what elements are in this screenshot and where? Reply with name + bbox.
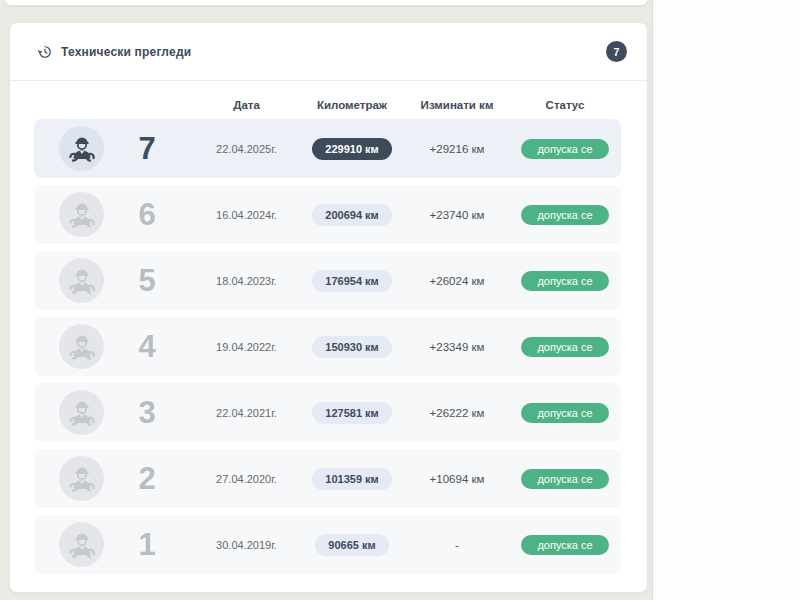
mileage-badge: 127581 км — [312, 402, 391, 424]
mechanic-avatar-icon — [59, 258, 104, 303]
inspection-row[interactable]: 2 27.04.2020г. 101359 км +10694 км допус… — [34, 449, 621, 508]
inspection-row[interactable]: 6 16.04.2024г. 200694 км +23740 км допус… — [34, 185, 621, 244]
inspection-date: 27.04.2020г. — [194, 449, 299, 508]
inspection-date: 22.04.2025г. — [194, 119, 299, 178]
mileage-badge: 229910 км — [312, 138, 391, 160]
row-number: 4 — [114, 317, 194, 376]
status-badge: допуска се — [521, 469, 608, 489]
table-header: Дата Километраж Изминати км Статус — [34, 97, 621, 113]
mechanic-avatar-icon — [59, 522, 104, 567]
status-badge: допуска се — [521, 139, 608, 159]
inspection-row[interactable]: 5 18.04.2023г. 176954 км +26024 км допус… — [34, 251, 621, 310]
status-badge: допуска се — [521, 535, 608, 555]
traveled-distance: +26024 км — [405, 251, 509, 310]
inspection-row[interactable]: 7 22.04.2025г. 229910 км +29216 км допус… — [34, 119, 621, 178]
right-panel — [652, 0, 800, 600]
row-number: 3 — [114, 383, 194, 442]
row-number: 6 — [114, 185, 194, 244]
inspection-date: 30.04.2019г. — [194, 515, 299, 574]
status-badge: допуска се — [521, 271, 608, 291]
inspection-date: 18.04.2023г. — [194, 251, 299, 310]
mileage-badge: 90665 км — [315, 534, 388, 556]
traveled-distance: +23349 км — [405, 317, 509, 376]
status-badge: допуска се — [521, 337, 608, 357]
inspection-row[interactable]: 4 19.04.2022г. 150930 км +23349 км допус… — [34, 317, 621, 376]
mechanic-avatar-icon — [59, 390, 104, 435]
mileage-badge: 176954 км — [312, 270, 391, 292]
mileage-badge: 200694 км — [312, 204, 391, 226]
col-header-mileage: Километраж — [299, 97, 405, 113]
inspection-date: 19.04.2022г. — [194, 317, 299, 376]
mechanic-avatar-icon — [59, 126, 104, 171]
mileage-badge: 101359 км — [312, 468, 391, 490]
traveled-distance: +10694 км — [405, 449, 509, 508]
inspection-date: 22.04.2021г. — [194, 383, 299, 442]
mechanic-avatar-icon — [59, 456, 104, 501]
inspection-row[interactable]: 3 22.04.2021г. 127581 км +26222 км допус… — [34, 383, 621, 442]
inspections-card: Технически прегледи 7 Дата Километраж Из… — [9, 22, 648, 593]
row-number: 2 — [114, 449, 194, 508]
inspection-list: 7 22.04.2025г. 229910 км +29216 км допус… — [34, 119, 621, 574]
col-header-traveled: Изминати км — [405, 97, 509, 113]
inspection-date: 16.04.2024г. — [194, 185, 299, 244]
status-badge: допуска се — [521, 205, 608, 225]
mechanic-avatar-icon — [59, 324, 104, 369]
card-title: Технически прегледи — [61, 45, 191, 59]
row-number: 1 — [114, 515, 194, 574]
previous-card-edge — [4, 0, 648, 6]
inspection-row[interactable]: 1 30.04.2019г. 90665 км - допуска се — [34, 515, 621, 574]
row-number: 7 — [114, 119, 194, 178]
inspection-count-badge: 7 — [606, 41, 627, 62]
col-header-date: Дата — [194, 97, 299, 113]
traveled-distance: - — [405, 515, 509, 574]
mechanic-avatar-icon — [59, 192, 104, 237]
status-badge: допуска се — [521, 403, 608, 423]
traveled-distance: +29216 км — [405, 119, 509, 178]
col-header-status: Статус — [509, 97, 621, 113]
card-header: Технически прегледи 7 — [10, 23, 647, 81]
traveled-distance: +23740 км — [405, 185, 509, 244]
traveled-distance: +26222 км — [405, 383, 509, 442]
history-icon — [38, 45, 52, 59]
mileage-badge: 150930 км — [312, 336, 391, 358]
row-number: 5 — [114, 251, 194, 310]
